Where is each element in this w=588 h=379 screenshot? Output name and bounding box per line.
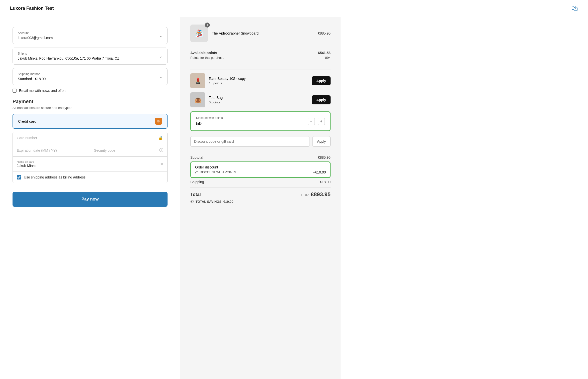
tag-icon: 🏷 [195,170,198,174]
credit-card-label: Credit card [18,119,36,123]
email-offers-row: Email me with news and offers [13,89,168,93]
savings-icon: 🏷 [190,200,194,204]
reward-apply-button-0[interactable]: Apply [312,76,331,85]
discount-points-plus-button[interactable]: + [318,118,325,125]
total-value: €893.95 [311,191,331,198]
discount-points-box: Discount with points 50 − + [190,111,331,131]
shipping-method-value: Standard · €18.00 [18,77,162,81]
credit-card-tab[interactable]: Credit card B [13,114,168,129]
account-section[interactable]: Account luxora003@gmail.com ⌄ [13,27,168,44]
shipping-method-section[interactable]: Shipping method Standard · €18.00 ⌄ [13,68,168,85]
email-offers-label: Email me with news and offers [19,89,67,93]
shipping-label: Shipping [190,180,204,184]
reward-item-1: 👜 Tote Bag 0 points Apply [190,92,331,107]
product-price: €885.95 [318,31,331,35]
reward-image-1: 👜 [190,92,205,107]
available-points-label: Available points [190,51,217,55]
reward-image-0: 💄 [190,73,205,88]
shipping-method-label: Shipping method [18,72,162,76]
savings-value: €10.00 [223,200,233,204]
points-section: Available points 6541.56 Points for this… [190,51,331,65]
name-label: Name on card [17,160,36,163]
billing-row: Use shipping address as billing address [13,171,167,183]
cart-icon[interactable]: 🛍 [571,5,578,12]
payment-section: Payment All transactions are secure and … [13,99,168,207]
clear-name-icon[interactable]: ✕ [160,162,163,166]
subtotal-label: Subtotal [190,155,203,159]
product-image: 🏂 [190,25,208,42]
discount-code-apply-button[interactable]: Apply [312,136,331,147]
billing-label: Use shipping address as billing address [24,175,86,179]
total-label: Total [190,192,201,197]
shipping-value: €18.00 [320,180,331,184]
card-form: Card number 🔒 Expiration date (MM / YY) … [13,132,168,183]
product-name: The Videographer Snowboard [212,31,314,35]
order-discount-title: Order discount [195,165,326,169]
card-number-placeholder: Card number [17,136,37,140]
rewards-list: 💄 Rare Beauty 10$ - copy 15 points Apply… [190,73,331,107]
ship-to-label: Ship to [18,52,162,55]
available-points-row: Available points 6541.56 [190,51,331,55]
right-panel: 🏂 1 The Videographer Snowboard €885.95 A… [180,17,341,379]
reward-info-1: Tote Bag 0 points [209,96,308,104]
account-chevron-icon: ⌄ [159,33,162,38]
ship-to-chevron-icon: ⌄ [159,54,162,59]
reward-points-1: 0 points [209,100,308,104]
reward-item-0: 💄 Rare Beauty 10$ - copy 15 points Apply [190,73,331,88]
savings-row: 🏷 TOTAL SAVINGS €10.00 [190,200,331,204]
reward-info-0: Rare Beauty 10$ - copy 15 points [209,77,308,85]
card-number-field[interactable]: Card number 🔒 [13,132,167,144]
total-row: Total EUR €893.95 [190,191,331,198]
page-title: Luxora Fashion Test [10,6,54,11]
reward-apply-button-1[interactable]: Apply [312,95,331,104]
security-code-placeholder: Security code [94,148,115,152]
reward-points-0: 15 points [209,81,308,85]
main-layout: Account luxora003@gmail.com ⌄ Ship to Ja… [0,17,588,379]
discount-code-input[interactable] [190,136,310,147]
payment-title: Payment [13,99,168,104]
shipping-method-chevron-icon: ⌄ [159,74,162,79]
expiration-placeholder: Expiration date (MM / YY) [17,148,57,152]
payment-subtitle: All transactions are secure and encrypte… [13,106,168,110]
pay-now-button[interactable]: Pay now [13,192,168,207]
name-value: Jakub Minks [17,164,36,168]
question-icon: ⓘ [159,148,163,153]
subtotal-value: €885.95 [318,155,331,159]
order-discount-amount: −€10.00 [313,170,326,174]
available-points-value: 6541.56 [318,51,331,55]
name-field[interactable]: Name on card Jakub Minks ✕ [13,157,167,171]
purchase-points-value: 894 [325,56,331,60]
total-currency: EUR [301,193,309,197]
account-label: Account [18,31,162,35]
account-value: luxora003@gmail.com [18,36,162,40]
reward-name-1: Tote Bag [209,96,308,100]
left-panel: Account luxora003@gmail.com ⌄ Ship to Ja… [0,17,180,379]
order-discount-label: 🏷 DISCOUNT WITH POINTS [195,170,236,174]
product-image-wrap: 🏂 1 [190,25,208,42]
total-value-wrap: EUR €893.95 [301,191,331,198]
security-code-field[interactable]: Security code ⓘ [90,144,168,156]
top-bar: Luxora Fashion Test 🛍 [0,0,588,17]
ship-to-section[interactable]: Ship to Jakub Minks, Pod Havrankou, 656/… [13,48,168,65]
discount-points-minus-button[interactable]: − [308,118,315,125]
card-middle-row: Expiration date (MM / YY) Security code … [13,144,167,156]
b-badge: B [155,118,162,125]
shipping-row: Shipping €18.00 [190,180,331,184]
purchase-points-row: Points for this purchase 894 [190,56,331,60]
billing-checkbox[interactable] [17,175,21,179]
discount-points-label: Discount with points [196,116,308,120]
lock-icon: 🔒 [158,135,163,140]
product-badge: 1 [205,23,210,28]
discount-points-info: Discount with points 50 [196,116,308,126]
discount-points-value: 50 [196,121,308,126]
order-discount-box: Order discount 🏷 DISCOUNT WITH POINTS −€… [190,161,331,178]
purchase-points-label: Points for this purchase [190,56,224,60]
ship-to-value: Jakub Minks, Pod Havrankou, 656/10a, 171… [18,56,162,60]
order-discount-detail: 🏷 DISCOUNT WITH POINTS −€10.00 [195,170,326,174]
expiration-field[interactable]: Expiration date (MM / YY) [13,144,90,156]
savings-label: TOTAL SAVINGS [196,200,221,204]
discount-points-stepper: − + [308,118,325,125]
email-offers-checkbox[interactable] [13,89,17,93]
subtotal-row: Subtotal €885.95 [190,155,331,159]
discount-code-row: Apply [190,136,331,147]
